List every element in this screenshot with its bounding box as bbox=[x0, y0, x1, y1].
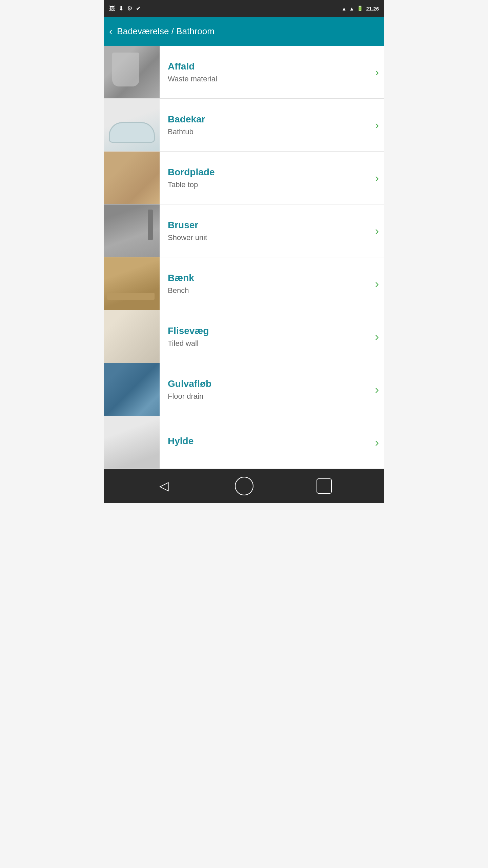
item-arrow-flisevaeg: › bbox=[375, 330, 379, 343]
item-content-baenk: Bænk Bench › bbox=[160, 257, 384, 310]
item-image-flisevaeg bbox=[104, 310, 160, 363]
item-title-badekar: Badekar bbox=[168, 114, 370, 125]
nav-recents-square-icon bbox=[317, 478, 332, 494]
item-title-bruser: Bruser bbox=[168, 220, 370, 231]
item-image-affald bbox=[104, 46, 160, 98]
item-arrow-bruser: › bbox=[375, 224, 379, 237]
item-arrow-baenk: › bbox=[375, 277, 379, 290]
status-bar-left: 🖼 ⬇ ⚙ ✔ bbox=[109, 5, 141, 12]
image-placeholder-bordplade bbox=[104, 152, 160, 204]
item-image-bruser bbox=[104, 204, 160, 257]
item-subtitle-affald: Waste material bbox=[168, 75, 370, 83]
item-subtitle-bruser: Shower unit bbox=[168, 233, 370, 242]
item-subtitle-bordplade: Table top bbox=[168, 180, 370, 189]
image-placeholder-gulvafloeb bbox=[104, 363, 160, 416]
item-arrow-affald: › bbox=[375, 65, 379, 79]
signal-icon: ▲ bbox=[349, 6, 354, 12]
nav-home-circle-icon bbox=[235, 477, 253, 495]
item-content-affald: Affald Waste material › bbox=[160, 46, 384, 98]
time-display: 21.26 bbox=[366, 6, 379, 12]
image-placeholder-hylde bbox=[104, 416, 160, 469]
status-bar: 🖼 ⬇ ⚙ ✔ ▲ ▲ 🔋 21.26 bbox=[104, 0, 384, 17]
item-arrow-hylde: › bbox=[375, 436, 379, 449]
list-item-baenk[interactable]: Bænk Bench › bbox=[104, 257, 384, 310]
item-subtitle-gulvafloeb: Floor drain bbox=[168, 392, 370, 401]
nav-back-button[interactable]: ◁ bbox=[152, 474, 176, 498]
wifi-icon: ▲ bbox=[342, 6, 347, 12]
settings-icon: ⚙ bbox=[127, 5, 133, 12]
nav-home-button[interactable] bbox=[232, 474, 256, 498]
item-title-hylde: Hylde bbox=[168, 436, 370, 447]
item-content-bruser: Bruser Shower unit › bbox=[160, 204, 384, 257]
item-content-badekar: Badekar Bathtub › bbox=[160, 99, 384, 151]
item-content-hylde: Hylde › bbox=[160, 416, 384, 469]
list-item-gulvafloeb[interactable]: Gulvafløb Floor drain › bbox=[104, 363, 384, 416]
item-image-bordplade bbox=[104, 152, 160, 204]
item-text-gulvafloeb: Gulvafløb Floor drain bbox=[168, 378, 370, 401]
item-title-flisevaeg: Flisevæg bbox=[168, 326, 370, 336]
item-title-baenk: Bænk bbox=[168, 273, 370, 283]
status-bar-right: ▲ ▲ 🔋 21.26 bbox=[342, 5, 379, 12]
back-button[interactable]: ‹ bbox=[109, 26, 112, 37]
list-item-flisevaeg[interactable]: Flisevæg Tiled wall › bbox=[104, 310, 384, 363]
item-image-baenk bbox=[104, 257, 160, 310]
list-item-bruser[interactable]: Bruser Shower unit › bbox=[104, 204, 384, 257]
item-text-badekar: Badekar Bathtub bbox=[168, 114, 370, 136]
item-title-affald: Affald bbox=[168, 61, 370, 72]
item-text-hylde: Hylde bbox=[168, 436, 370, 449]
checkmark-icon: ✔ bbox=[136, 5, 141, 12]
item-title-bordplade: Bordplade bbox=[168, 167, 370, 178]
item-subtitle-badekar: Bathtub bbox=[168, 127, 370, 136]
image-placeholder-bruser bbox=[104, 204, 160, 257]
image-placeholder-affald bbox=[104, 46, 160, 98]
download-icon: ⬇ bbox=[119, 5, 124, 12]
item-text-baenk: Bænk Bench bbox=[168, 273, 370, 295]
item-title-gulvafloeb: Gulvafløb bbox=[168, 378, 370, 389]
list-item-hylde[interactable]: Hylde › bbox=[104, 416, 384, 469]
item-content-flisevaeg: Flisevæg Tiled wall › bbox=[160, 310, 384, 363]
page-title: Badeværelse / Bathroom bbox=[117, 26, 215, 37]
item-image-hylde bbox=[104, 416, 160, 469]
item-image-badekar bbox=[104, 99, 160, 151]
list-item-affald[interactable]: Affald Waste material › bbox=[104, 46, 384, 99]
list-item-badekar[interactable]: Badekar Bathtub › bbox=[104, 99, 384, 152]
item-text-bordplade: Bordplade Table top bbox=[168, 167, 370, 189]
item-subtitle-flisevaeg: Tiled wall bbox=[168, 339, 370, 348]
gallery-icon: 🖼 bbox=[109, 5, 115, 12]
image-placeholder-badekar bbox=[104, 99, 160, 151]
nav-recents-button[interactable] bbox=[312, 474, 336, 498]
item-arrow-gulvafloeb: › bbox=[375, 383, 379, 396]
header: ‹ Badeværelse / Bathroom bbox=[104, 17, 384, 46]
item-arrow-bordplade: › bbox=[375, 171, 379, 184]
nav-back-icon: ◁ bbox=[159, 479, 169, 493]
image-placeholder-baenk bbox=[104, 257, 160, 310]
item-content-gulvafloeb: Gulvafløb Floor drain › bbox=[160, 363, 384, 416]
item-arrow-badekar: › bbox=[375, 118, 379, 132]
item-subtitle-baenk: Bench bbox=[168, 286, 370, 295]
image-placeholder-flisevaeg bbox=[104, 310, 160, 363]
item-text-bruser: Bruser Shower unit bbox=[168, 220, 370, 242]
item-content-bordplade: Bordplade Table top › bbox=[160, 152, 384, 204]
battery-icon: 🔋 bbox=[357, 5, 363, 12]
item-text-flisevaeg: Flisevæg Tiled wall bbox=[168, 326, 370, 348]
category-list: Affald Waste material › Badekar Bathtub … bbox=[104, 46, 384, 469]
item-text-affald: Affald Waste material bbox=[168, 61, 370, 83]
navigation-bar: ◁ bbox=[104, 469, 384, 503]
list-item-bordplade[interactable]: Bordplade Table top › bbox=[104, 152, 384, 204]
item-image-gulvafloeb bbox=[104, 363, 160, 416]
